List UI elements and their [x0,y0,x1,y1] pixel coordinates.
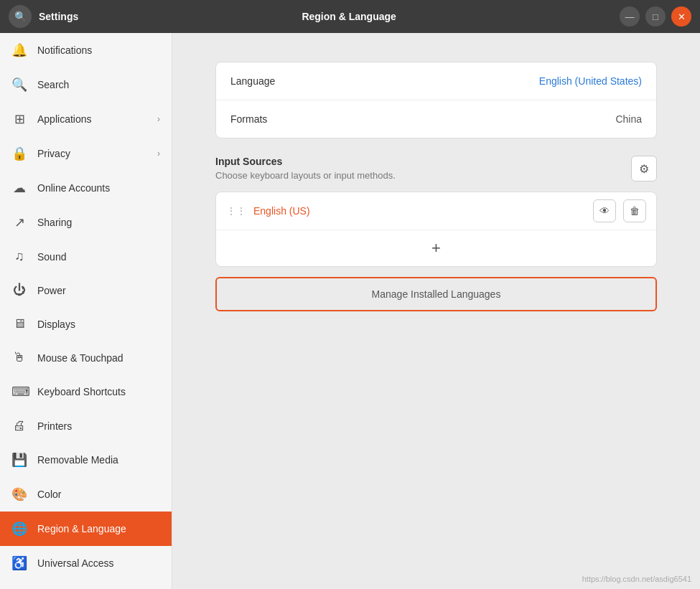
sidebar-item-notifications[interactable]: 🔔Notifications [0,33,172,67]
privacy-icon: 🔒 [11,146,27,161]
manage-languages-button[interactable]: Manage Installed Languages [215,277,657,311]
content-area: Language English (United States) Formats… [172,33,700,589]
sidebar-item-removable-media[interactable]: 💾Removable Media [0,443,172,477]
region-language-icon: 🌐 [11,521,27,537]
sidebar-label-search: Search [37,79,160,90]
sidebar-item-printers[interactable]: 🖨Printers [0,409,172,443]
titlebar: 🔍 Settings Region & Language — □ ✕ [0,0,700,33]
applications-icon: ⊞ [11,111,27,127]
sidebar-label-keyboard-shortcuts: Keyboard Shortcuts [37,386,160,397]
mouse-touchpad-icon: 🖱 [11,350,27,365]
sidebar-item-users[interactable]: 👤Users [0,580,172,589]
language-formats-card: Language English (United States) Formats… [215,62,657,138]
window-title: Region & Language [302,11,396,22]
sidebar-item-sharing[interactable]: ↗Sharing [0,205,172,240]
sidebar-item-privacy[interactable]: 🔒Privacy› [0,136,172,171]
close-icon: ✕ [678,11,686,22]
titlebar-search-button[interactable]: 🔍 [9,5,32,28]
input-source-row: ⋮⋮ English (US) 👁 🗑 [216,192,656,230]
gear-icon: ⚙ [639,162,649,176]
input-source-name-prefix: English [253,205,286,217]
formats-label: Formats [230,113,615,125]
sidebar-item-online-accounts[interactable]: ☁Online Accounts [0,171,172,205]
sidebar-label-displays: Displays [37,319,160,330]
chevron-right-icon: › [157,149,160,159]
sidebar: 🔔Notifications🔍Search⊞Applications›🔒Priv… [0,33,172,589]
sidebar-item-mouse-touchpad[interactable]: 🖱Mouse & Touchpad [0,341,172,374]
app-title: Settings [39,11,78,22]
sidebar-item-search[interactable]: 🔍Search [0,67,172,102]
maximize-button[interactable]: □ [645,6,666,27]
eye-button[interactable]: 👁 [593,199,616,222]
language-row: Language English (United States) [216,62,656,100]
sidebar-label-removable-media: Removable Media [37,454,160,466]
sidebar-label-sharing: Sharing [37,217,160,228]
sidebar-label-region-language: Region & Language [37,523,160,534]
input-sources-gear-button[interactable]: ⚙ [631,156,657,182]
chevron-right-icon: › [157,114,160,124]
watermark: https://blog.csdn.net/asdig6541 [582,575,691,583]
minimize-button[interactable]: — [620,6,640,27]
input-source-card: ⋮⋮ English (US) 👁 🗑 + [215,192,657,267]
language-label: Language [230,75,539,87]
sidebar-label-power: Power [37,285,160,296]
add-source-row: + [216,230,656,266]
sidebar-label-printers: Printers [37,420,160,432]
sidebar-item-color[interactable]: 🎨Color [0,477,172,512]
universal-access-icon: ♿ [11,555,27,571]
sidebar-item-displays[interactable]: 🖥Displays [0,307,172,341]
add-icon: + [431,239,441,257]
displays-icon: 🖥 [11,316,27,331]
removable-media-icon: 💾 [11,452,27,468]
formats-value[interactable]: China [615,113,642,125]
delete-source-button[interactable]: 🗑 [623,199,646,222]
main-layout: 🔔Notifications🔍Search⊞Applications›🔒Priv… [0,33,700,589]
sidebar-item-universal-access[interactable]: ♿Universal Access [0,546,172,580]
sidebar-label-mouse-touchpad: Mouse & Touchpad [37,352,160,364]
language-value[interactable]: English (United States) [539,75,642,87]
input-source-name: English (US) [253,205,586,217]
online-accounts-icon: ☁ [11,180,27,196]
sidebar-item-power[interactable]: ⏻Power [0,273,172,307]
input-source-name-suffix: (US) [286,205,310,217]
search-icon: 🔍 [11,77,27,93]
add-source-button[interactable]: + [431,240,441,256]
input-sources-text: Input Sources Choose keyboard layouts or… [215,156,631,181]
sharing-icon: ↗ [11,215,27,230]
drag-handle-icon[interactable]: ⋮⋮ [226,205,246,217]
sidebar-label-universal-access: Universal Access [37,557,160,569]
sidebar-label-color: Color [37,489,160,500]
sidebar-label-applications: Applications [37,113,147,125]
sidebar-label-online-accounts: Online Accounts [37,182,160,194]
formats-row: Formats China [216,100,656,138]
input-sources-header: Input Sources Choose keyboard layouts or… [215,156,657,182]
sidebar-item-sound[interactable]: ♫Sound [0,240,172,273]
sidebar-item-applications[interactable]: ⊞Applications› [0,102,172,136]
input-sources-title: Input Sources [215,156,631,167]
minimize-icon: — [625,11,635,22]
eye-icon: 👁 [599,205,610,217]
color-icon: 🎨 [11,486,27,502]
sidebar-label-notifications: Notifications [37,44,160,56]
maximize-icon: □ [653,11,658,22]
sidebar-item-keyboard-shortcuts[interactable]: ⌨Keyboard Shortcuts [0,374,172,409]
sidebar-item-region-language[interactable]: 🌐Region & Language [0,512,172,546]
printers-icon: 🖨 [11,418,27,433]
trash-icon: 🗑 [630,205,640,217]
sidebar-label-sound: Sound [37,251,160,263]
sound-icon: ♫ [11,249,27,264]
close-button[interactable]: ✕ [671,6,691,27]
input-sources-subtitle: Choose keyboard layouts or input methods… [215,170,631,181]
power-icon: ⏻ [11,283,27,298]
keyboard-shortcuts-icon: ⌨ [11,384,27,400]
notifications-icon: 🔔 [11,42,27,58]
window-controls: — □ ✕ [620,6,691,27]
sidebar-label-privacy: Privacy [37,148,147,159]
search-icon: 🔍 [14,11,27,22]
